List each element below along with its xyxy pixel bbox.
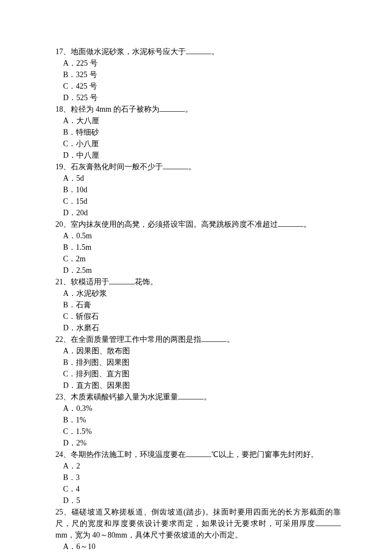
option-label: B — [63, 416, 68, 424]
question-separator: 、 — [63, 450, 71, 459]
option-20-A: A．0.5m — [55, 230, 341, 242]
option-separator: ． — [69, 59, 76, 67]
option-separator: ． — [69, 116, 76, 125]
option-label: A — [63, 59, 69, 67]
option-text: 小八厘 — [76, 139, 99, 148]
option-separator: ． — [68, 416, 76, 424]
option-separator: ． — [69, 542, 76, 551]
option-text: 0.3% — [76, 404, 92, 413]
option-21-C: C．斩假石 — [55, 311, 341, 322]
option-text: 因果图、散布图 — [76, 347, 130, 355]
option-separator: ． — [69, 208, 76, 217]
option-text: 大八厘 — [76, 116, 99, 125]
option-label: B — [63, 473, 68, 482]
option-label: D — [63, 496, 69, 505]
option-label: C — [63, 82, 68, 90]
page-content: 17、地面做水泥砂浆，水泥标号应大于。A．225 号B．325 号C．425 号… — [0, 0, 392, 555]
option-separator: ． — [69, 151, 76, 159]
option-label: C — [63, 312, 68, 321]
option-label: C — [63, 254, 68, 263]
option-separator: ． — [69, 439, 76, 447]
question-separator: 、 — [63, 335, 71, 344]
option-17-A: A．225 号 — [55, 58, 341, 69]
question-separator: 、 — [63, 47, 71, 56]
option-text: 15d — [76, 197, 87, 205]
option-17-B: B．325 号 — [55, 69, 341, 81]
option-21-D: D．水磨石 — [55, 322, 341, 334]
blank-field — [201, 335, 227, 342]
option-text: 中八厘 — [76, 151, 99, 159]
option-separator: ． — [69, 266, 76, 275]
option-separator: ． — [68, 358, 76, 367]
option-22-C: C．排列图、直方图 — [55, 368, 341, 380]
option-text: 3 — [76, 473, 80, 482]
question-text-after: 。 — [303, 220, 311, 228]
blank-field — [186, 450, 211, 457]
option-text: 10d — [76, 185, 87, 194]
question-number: 25 — [55, 508, 63, 516]
option-text: 5d — [76, 174, 84, 182]
option-text: 4 — [76, 485, 80, 493]
question-text-after: 。 — [204, 393, 211, 401]
option-text: 特细砂 — [76, 128, 99, 136]
option-label: D — [63, 151, 69, 159]
option-label: B — [63, 185, 68, 194]
blank-field — [315, 519, 341, 526]
option-separator: ． — [69, 381, 76, 390]
option-label: D — [63, 439, 69, 447]
option-text: 2m — [76, 254, 86, 263]
question-21: 21、软模适用于花饰。 — [55, 276, 341, 288]
option-separator: ． — [68, 485, 76, 493]
option-24-C: C．4 — [55, 483, 341, 495]
question-17: 17、地面做水泥砂浆，水泥标号应大于。 — [55, 46, 341, 58]
option-24-D: D．5 — [55, 495, 341, 506]
option-label: B — [63, 128, 68, 136]
option-21-B: B．石膏 — [55, 299, 341, 311]
blank-field — [178, 392, 204, 399]
question-22: 22、在全面质量管理工作中常用的两图是指。 — [55, 334, 341, 345]
option-label: C — [63, 197, 68, 205]
option-label: D — [63, 93, 69, 102]
option-19-A: A．5d — [55, 173, 341, 184]
blank-field — [186, 47, 211, 54]
option-separator: ． — [68, 370, 76, 378]
option-18-D: D．中八厘 — [55, 150, 341, 161]
option-18-C: C．小八厘 — [55, 138, 341, 150]
option-separator: ． — [68, 185, 76, 194]
option-label: A — [63, 462, 69, 470]
option-label: A — [63, 289, 69, 298]
question-text-before: 在全面质量管理工作中常用的两图是指 — [71, 335, 201, 344]
question-text-after: ℃以上，要把门窗事先封闭好。 — [211, 450, 318, 459]
question-text-before: 礓磋坡道又称搓板道、倒齿坡道(踏步)。抹面时要用四面光的长方形截面的靠尺，尺的宽… — [55, 508, 341, 528]
question-text-after: 。 — [211, 47, 219, 56]
option-19-C: C．15d — [55, 196, 341, 207]
question-19: 19、石灰膏熟化时间一般不少于。 — [55, 161, 341, 173]
option-label: B — [63, 301, 68, 309]
option-text: 斩假石 — [76, 312, 99, 321]
option-separator: ． — [69, 289, 76, 298]
option-20-D: D．2.5m — [55, 265, 341, 276]
question-text-before: 石灰膏熟化时间一般不少于 — [71, 162, 163, 171]
question-separator: 、 — [63, 278, 71, 286]
option-separator: ． — [69, 404, 76, 413]
option-text: 0.5m — [76, 231, 92, 240]
option-separator: ． — [68, 128, 76, 136]
question-20: 20、室内抹灰使用的高凳，必须搭设牢固。高凳跳板跨度不准超过。 — [55, 219, 341, 230]
option-text: 1.5% — [76, 427, 92, 436]
question-number: 20 — [55, 220, 63, 228]
option-separator: ． — [68, 312, 76, 321]
option-18-B: B．特细砂 — [55, 127, 341, 138]
question-text-before: 室内抹灰使用的高凳，必须搭设牢固。高凳跳板跨度不准超过 — [71, 220, 278, 228]
option-label: A — [63, 347, 69, 355]
question-number: 19 — [55, 162, 63, 171]
option-25-A: A．6～10 — [55, 541, 341, 552]
question-24: 24、冬期热作法施工时，环境温度要在℃以上，要把门窗事先封闭好。 — [55, 449, 341, 460]
option-separator: ． — [68, 139, 76, 148]
question-text-after: 花饰。 — [135, 278, 158, 286]
option-label: D — [63, 208, 69, 217]
option-23-D: D．2% — [55, 437, 341, 449]
option-text: 20d — [76, 208, 88, 217]
question-text-before: 木质素磺酸钙掺入量为水泥重量 — [71, 393, 178, 401]
option-separator: ． — [69, 231, 76, 240]
question-number: 22 — [55, 335, 63, 344]
